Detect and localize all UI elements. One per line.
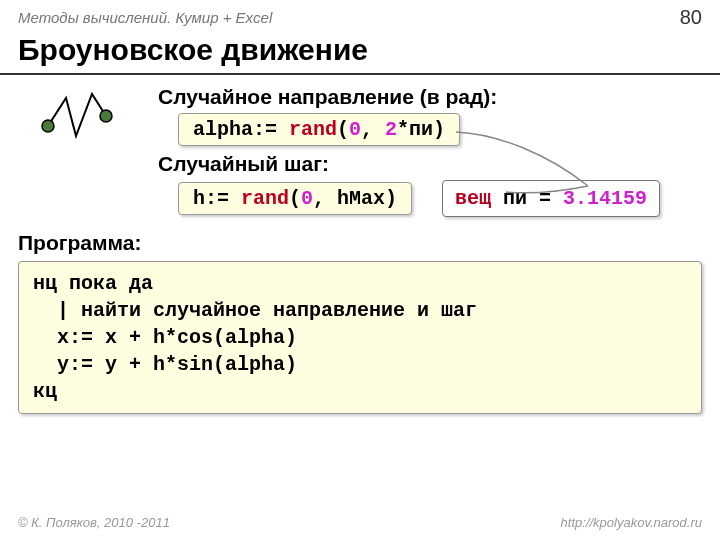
page-title: Броуновское движение	[0, 31, 720, 75]
callout-connector-icon	[438, 124, 608, 204]
copyright: © К. Поляков, 2010 -2011	[18, 515, 170, 530]
page-number: 80	[680, 6, 702, 29]
brownian-icon	[38, 86, 128, 150]
source-url: http://kpolyakov.narod.ru	[561, 515, 702, 530]
program-label: Программа:	[18, 231, 702, 255]
svg-point-0	[42, 120, 54, 132]
program-code: нц пока да | найти случайное направление…	[18, 261, 702, 414]
section1-label: Случайное направление (в рад):	[158, 85, 702, 109]
code-alpha: alpha:= rand(0, 2*пи)	[178, 113, 460, 146]
course-label: Методы вычислений. Кумир + Excel	[18, 9, 272, 26]
code-h: h:= rand(0, hMax)	[178, 182, 412, 215]
section2-label: Случайный шаг:	[158, 152, 702, 176]
svg-point-1	[100, 110, 112, 122]
